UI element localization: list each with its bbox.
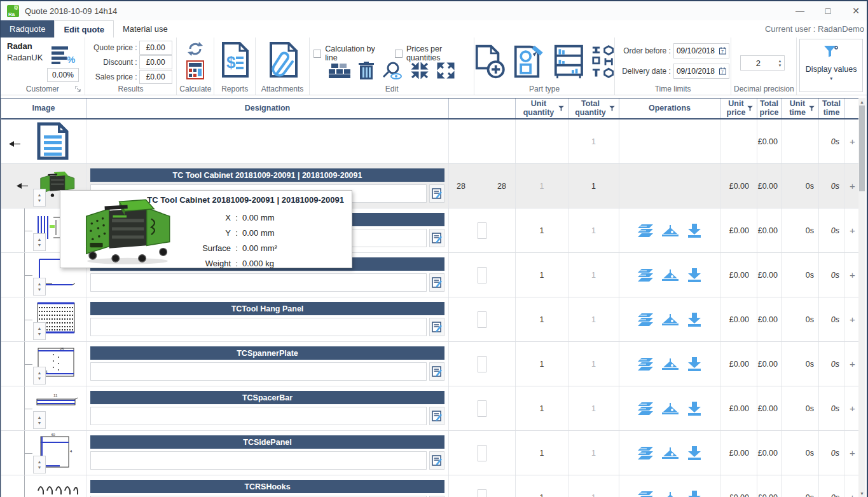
collapse-row-icon[interactable]: [9, 141, 20, 147]
material-selector[interactable]: [478, 267, 486, 283]
table-row-part[interactable]: 404▲▼TCSidePanel11£0.00£0.000s0s+: [1, 431, 858, 475]
edit-note-button[interactable]: [429, 273, 444, 292]
unit-quantity-cell[interactable]: 1: [516, 253, 568, 297]
collapse-all-icon[interactable]: [411, 62, 429, 79]
preview-magnifier-icon[interactable]: [382, 62, 403, 79]
table-row-part[interactable]: 11▲▼TCSpacerBar11£0.00£0.000s0s+: [1, 386, 858, 431]
delivery-date-input[interactable]: 09/10/2018 7: [673, 64, 729, 79]
unload-operation-icon[interactable]: [687, 224, 701, 238]
spinner-up-icon[interactable]: ▲: [778, 59, 782, 63]
material-selector[interactable]: [478, 400, 486, 417]
plus-icon[interactable]: +: [850, 492, 855, 497]
quote-document-icon[interactable]: [36, 121, 69, 161]
punch-operation-icon[interactable]: [638, 491, 653, 497]
table-row-quote[interactable]: 1£0.000s+: [1, 119, 858, 164]
punch-operation-icon[interactable]: [638, 358, 653, 371]
scroll-down-icon[interactable]: ▼: [858, 489, 865, 497]
edit-note-button[interactable]: [429, 451, 444, 470]
unit-quantity-cell[interactable]: 1: [516, 475, 568, 497]
unit-quantity-cell[interactable]: 1: [516, 342, 568, 386]
designation-note-input[interactable]: [90, 407, 427, 425]
stepper-down-icon[interactable]: ▼: [38, 421, 42, 425]
edit-note-button[interactable]: [429, 407, 444, 425]
bend-operation-icon[interactable]: [662, 492, 679, 497]
customer-dialog-launcher-icon[interactable]: [75, 86, 81, 92]
filter-icon[interactable]: [809, 106, 815, 111]
order-before-date-input[interactable]: 09/10/2018 7: [673, 43, 729, 58]
quantity-stepper[interactable]: ▲▼: [33, 278, 46, 296]
unit-quantity-cell[interactable]: 1: [516, 297, 568, 341]
designation-note-input[interactable]: [90, 273, 427, 292]
reports-group[interactable]: $ Reports: [214, 37, 256, 95]
calendar-icon[interactable]: 7: [719, 67, 726, 75]
edit-note-button[interactable]: [429, 362, 444, 381]
designation-note-input[interactable]: [90, 362, 427, 381]
bend-operation-icon[interactable]: [662, 358, 679, 370]
attachments-group[interactable]: Attachments: [256, 37, 310, 95]
material-selector[interactable]: [478, 489, 486, 497]
designation-note-input[interactable]: [90, 318, 427, 336]
bend-operation-icon[interactable]: [662, 314, 679, 325]
material-selector[interactable]: [478, 445, 486, 461]
punch-operation-icon[interactable]: [638, 269, 653, 282]
punch-operation-icon[interactable]: [638, 402, 653, 415]
stock-shelf-icon[interactable]: [554, 43, 584, 80]
material-selector[interactable]: [478, 356, 486, 372]
designation-note-input[interactable]: [90, 451, 427, 470]
table-row-part[interactable]: ▲▼TCRSHooks11£0.00£0.000s0s+: [1, 475, 858, 497]
bend-operation-icon[interactable]: [662, 447, 679, 459]
unit-quantity-cell[interactable]: 1: [516, 431, 568, 475]
sales-price-input[interactable]: [139, 70, 172, 84]
calculation-by-line-checkbox[interactable]: [313, 50, 321, 58]
stepper-up-icon[interactable]: ▲: [38, 326, 42, 330]
stepper-down-icon[interactable]: ▼: [38, 376, 42, 381]
bend-operation-icon[interactable]: [662, 269, 679, 281]
plus-icon[interactable]: +: [850, 314, 855, 325]
spinner-down-icon[interactable]: ▼: [778, 64, 782, 67]
edit-part-icon[interactable]: [513, 43, 546, 80]
quote-price-input[interactable]: [139, 41, 172, 55]
stepper-down-icon[interactable]: ▼: [38, 332, 42, 336]
material-selector[interactable]: [478, 222, 486, 239]
stepper-down-icon[interactable]: ▼: [38, 287, 42, 292]
edit-note-button[interactable]: [429, 184, 444, 203]
unit-quantity-cell[interactable]: 1: [516, 208, 568, 252]
expand-all-icon[interactable]: [437, 62, 455, 79]
plus-icon[interactable]: +: [850, 269, 855, 280]
materials-bricks-icon[interactable]: [329, 62, 350, 79]
collapse-row-icon[interactable]: [17, 183, 28, 189]
material-selector[interactable]: [478, 311, 486, 328]
unit-quantity-cell[interactable]: [516, 119, 568, 163]
unit-quantity-cell[interactable]: 1: [516, 386, 568, 430]
scrollbar-thumb[interactable]: [859, 106, 865, 191]
calendar-icon[interactable]: 7: [719, 47, 726, 55]
table-row-part[interactable]: 2525▲▼TCSpannerPlate11£0.00£0.000s0s+: [1, 342, 858, 386]
quantity-stepper[interactable]: ▲▼: [33, 367, 46, 385]
stepper-up-icon[interactable]: ▲: [38, 193, 42, 197]
scroll-up-icon[interactable]: ▲: [858, 98, 865, 106]
bend-operation-icon[interactable]: [662, 403, 679, 414]
unload-operation-icon[interactable]: [687, 402, 701, 416]
minimize-button[interactable]: —: [796, 6, 804, 16]
unload-operation-icon[interactable]: [687, 357, 701, 371]
unit-quantity-cell[interactable]: 1: [516, 164, 568, 208]
part-thumbnail[interactable]: 11: [34, 389, 79, 414]
close-button[interactable]: ✕: [851, 6, 860, 16]
maximize-button[interactable]: □: [823, 6, 832, 16]
stepper-up-icon[interactable]: ▲: [38, 460, 42, 464]
unload-operation-icon[interactable]: [687, 268, 701, 282]
punch-operation-icon[interactable]: [638, 313, 653, 326]
stepper-up-icon[interactable]: ▲: [38, 415, 42, 419]
plus-icon[interactable]: +: [850, 225, 855, 236]
unload-operation-icon[interactable]: [687, 313, 701, 327]
unload-operation-icon[interactable]: [687, 491, 701, 497]
quantity-stepper[interactable]: ▲▼: [33, 189, 46, 207]
table-row-part[interactable]: ▲▼TCTool Hang Panel11£0.00£0.000s0s+: [1, 297, 858, 342]
customer-discount-input[interactable]: [47, 68, 79, 82]
stepper-up-icon[interactable]: ▲: [38, 282, 42, 286]
bend-operation-icon[interactable]: [662, 225, 679, 236]
quantity-stepper[interactable]: ▲▼: [33, 322, 46, 340]
decimal-precision-spinner[interactable]: 2 ▲▼: [740, 55, 785, 71]
filter-icon[interactable]: [558, 106, 564, 111]
punch-operation-icon[interactable]: [638, 447, 653, 460]
